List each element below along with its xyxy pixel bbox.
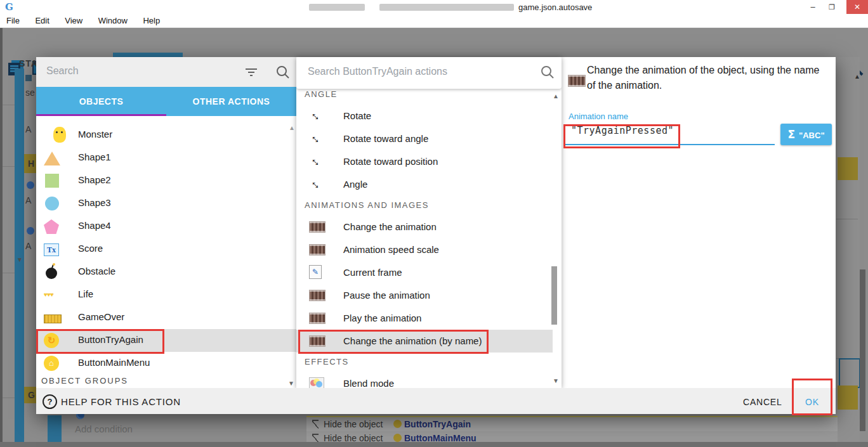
scroll-down-icon[interactable]: ▼ bbox=[288, 380, 294, 387]
animation-name-input[interactable]: "TryAgainPressed" bbox=[571, 125, 674, 136]
scrollbar-thumb[interactable] bbox=[551, 266, 557, 325]
title-redacted-block bbox=[379, 4, 514, 11]
object-row-obstacle[interactable]: Obstacle bbox=[36, 261, 296, 283]
film-strip-icon bbox=[309, 288, 324, 302]
action-list-panel: ANGLE ↔ Rotate ↔ Rotate toward angle ↔ R… bbox=[296, 57, 562, 388]
object-row-monster[interactable]: Monster bbox=[36, 124, 296, 146]
close-button[interactable]: ✕ bbox=[846, 0, 868, 14]
object-row-shape4[interactable]: Shape4 bbox=[36, 215, 296, 238]
object-row-score[interactable]: Tx Score bbox=[36, 238, 296, 261]
bomb-icon bbox=[44, 264, 60, 280]
main-menu-icon: ⌂ bbox=[44, 355, 60, 372]
object-row-buttontryagain[interactable]: ↻ ButtonTryAgain bbox=[36, 329, 296, 352]
menu-file[interactable]: File bbox=[0, 14, 26, 25]
scrollbar-thumb[interactable] bbox=[860, 269, 865, 431]
film-strip-icon bbox=[568, 73, 586, 87]
menu-window[interactable]: Window bbox=[92, 14, 134, 25]
event-action-text: Hide the object bbox=[324, 419, 383, 429]
search-icon[interactable] bbox=[276, 65, 290, 82]
action-row-angle[interactable]: ↔ Angle bbox=[296, 173, 553, 196]
text-object-icon: Tx bbox=[44, 241, 60, 257]
search-icon[interactable] bbox=[541, 65, 555, 82]
dialog-footer: ? HELP FOR THIS ACTION CANCEL OK bbox=[36, 388, 836, 414]
object-row-shape2[interactable]: Shape2 bbox=[36, 169, 296, 192]
filter-icon[interactable] bbox=[246, 67, 258, 76]
action-row-blend-mode[interactable]: Blend mode bbox=[296, 372, 553, 388]
help-icon[interactable]: ? bbox=[43, 394, 57, 409]
object-search-bar bbox=[36, 57, 296, 87]
scroll-up-icon[interactable]: ▲ bbox=[289, 125, 295, 131]
action-row-animation-speed-scale[interactable]: Animation speed scale bbox=[296, 238, 553, 261]
active-tab-indicator bbox=[36, 114, 166, 116]
ok-button[interactable]: OK bbox=[795, 393, 829, 411]
event-divider bbox=[836, 219, 858, 219]
action-search-bar bbox=[296, 57, 562, 89]
action-row-current-frame[interactable]: ✎ Current frame bbox=[296, 261, 553, 284]
highlighted-event-fragment bbox=[838, 385, 858, 410]
event-connector bbox=[3, 398, 15, 398]
help-link[interactable]: HELP FOR THIS ACTION bbox=[61, 396, 181, 407]
triangle-icon bbox=[44, 150, 60, 166]
action-row-pause-animation[interactable]: Pause the animation bbox=[296, 284, 553, 307]
object-row-gameover[interactable]: GameOver bbox=[36, 306, 296, 329]
text-fragment: G bbox=[28, 390, 35, 400]
gdevelop-logo-icon: G bbox=[5, 1, 13, 13]
menu-help[interactable]: Help bbox=[136, 14, 166, 25]
rotate-arrow-icon: ↔ bbox=[309, 108, 324, 122]
object-row-shape1[interactable]: Shape1 bbox=[36, 146, 296, 169]
hide-action-icon bbox=[312, 420, 319, 429]
title-bar: G game.json.autosave – ❐ ✕ bbox=[0, 0, 868, 15]
film-strip-icon bbox=[309, 242, 324, 256]
scroll-down-icon: ▼ bbox=[16, 257, 23, 263]
text-fragment: A bbox=[25, 124, 31, 134]
condition-icon-fragment bbox=[27, 181, 34, 189]
action-description: Change the animation of the object, usin… bbox=[587, 63, 823, 93]
action-row-rotate-toward-position[interactable]: ↔ Rotate toward position bbox=[296, 150, 553, 173]
action-row-play-animation[interactable]: Play the animation bbox=[296, 307, 553, 330]
highlighted-event-fragment bbox=[838, 157, 858, 180]
event-action-row bbox=[306, 417, 838, 431]
rotate-arrow-icon: ↔ bbox=[309, 177, 324, 191]
action-row-rotate[interactable]: ↔ Rotate bbox=[296, 105, 553, 127]
tab-other-actions[interactable]: OTHER ACTIONS bbox=[166, 87, 296, 116]
input-underline bbox=[563, 144, 775, 145]
section-header-effects: EFFECTS bbox=[305, 357, 349, 366]
scroll-down-icon[interactable]: ▼ bbox=[553, 377, 559, 384]
restore-button[interactable]: ❐ bbox=[822, 0, 841, 14]
window-bottom-edge bbox=[0, 442, 868, 447]
section-header-animations: ANIMATIONS AND IMAGES bbox=[305, 200, 429, 210]
menu-edit[interactable]: Edit bbox=[29, 14, 55, 25]
action-row-change-animation-by-name[interactable]: Change the animation (by name) bbox=[296, 330, 553, 353]
object-row-shape3[interactable]: Shape3 bbox=[36, 192, 296, 215]
scene-tab-indicator bbox=[113, 53, 183, 57]
object-search-input[interactable] bbox=[45, 65, 232, 77]
selected-event-outline bbox=[839, 358, 860, 388]
app-window: G game.json.autosave – ❐ ✕ File Edit Vie… bbox=[0, 0, 868, 447]
tab-objects[interactable]: OBJECTS bbox=[36, 87, 166, 116]
action-row-change-animation[interactable]: Change the animation bbox=[296, 216, 553, 238]
toolbar bbox=[0, 27, 868, 56]
rotate-arrow-icon: ↔ bbox=[309, 154, 324, 168]
frame-document-icon: ✎ bbox=[309, 265, 324, 279]
scroll-up-icon: ▲ bbox=[854, 74, 860, 80]
scroll-up-icon[interactable]: ▲ bbox=[553, 93, 559, 100]
cancel-button[interactable]: CANCEL bbox=[734, 393, 791, 411]
expression-editor-button[interactable]: Σ"ABC" bbox=[780, 124, 832, 145]
event-object-name: ButtonTryAgain bbox=[404, 419, 471, 429]
window-title: game.json.autosave bbox=[518, 3, 592, 12]
object-row-life[interactable]: ♥♥♥ Life bbox=[36, 283, 296, 306]
square-icon bbox=[44, 172, 60, 189]
object-row-buttonmainmenu[interactable]: ⌂ ButtonMainMenu bbox=[36, 352, 296, 375]
circle-icon bbox=[44, 195, 60, 212]
event-connector bbox=[3, 105, 15, 105]
action-search-input[interactable] bbox=[306, 65, 525, 78]
action-row-rotate-toward-angle[interactable]: ↔ Rotate toward angle bbox=[296, 127, 553, 150]
event-icon-fragment bbox=[25, 75, 32, 81]
event-connector bbox=[3, 273, 15, 273]
minimize-button[interactable]: – bbox=[803, 0, 822, 14]
banner-icon bbox=[44, 309, 60, 326]
text-fragment: A bbox=[25, 195, 31, 205]
menu-view[interactable]: View bbox=[58, 14, 89, 25]
film-strip-icon bbox=[309, 311, 324, 325]
condition-icon-fragment bbox=[27, 227, 34, 235]
